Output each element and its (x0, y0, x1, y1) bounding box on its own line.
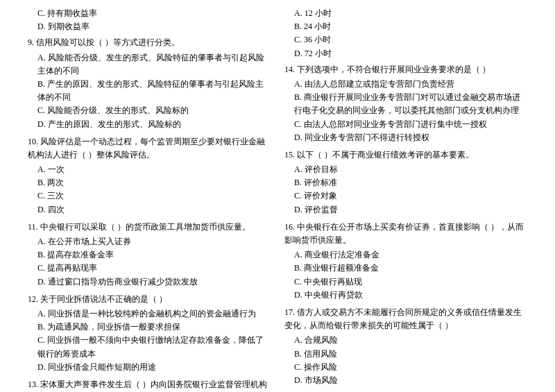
q10-option-a: A. 一次 (28, 163, 271, 176)
q-right-option-c: C. 36 小时 (284, 33, 527, 46)
option-text: 风险能否分级、发生的形式、风险标的 (47, 105, 189, 115)
option-label: C. (37, 8, 47, 18)
option-label: A. (37, 309, 48, 318)
option-label: A. (294, 335, 305, 345)
option-label: D. (294, 375, 305, 385)
option-label: A. (37, 53, 48, 62)
option-label: C. (294, 191, 304, 201)
option-text: 72 小时 (305, 49, 332, 58)
right-column: A. 12 小时 B. 24 小时 C. 36 小时 D. 72 小时 14. … (278, 7, 527, 392)
q-right-option-a: A. 12 小时 (284, 7, 527, 20)
option-text: 同业业务专营部门不得进行转授权 (305, 133, 429, 142)
option-text: 同业拆借是一种比较纯粹的金融机构之间的资金融通行为 (48, 309, 256, 318)
question-11: 11. 中央银行可以采取（ ）的货币政策工具增加货币供应量。 A. 在公开市场上… (28, 221, 271, 289)
q11-option-b: B. 提高存款准备金率 (28, 248, 271, 262)
option-label: D. (37, 22, 48, 31)
question-10: 10. 风险评估是一个动态过程，每个监管周期至少要对银行业金融机构法人进行（ ）… (28, 135, 271, 216)
question-abcd-right: A. 12 小时 B. 24 小时 C. 36 小时 D. 72 小时 (284, 7, 527, 60)
question-11-title: 11. 中央银行可以采取（ ）的货币政策工具增加货币供应量。 (28, 221, 271, 234)
question-13-title: 13. 宋体重大声誉事件发生后（ ）内向国务院银行业监督管理机构或其派出机构报告… (28, 378, 271, 392)
option-text: 信用风险 (304, 349, 337, 359)
page-container: C. 持有期收益率 D. 到期收益率 9. 信用风险可以按（ ）等方式进行分类。… (28, 7, 527, 392)
option-label: D. (37, 119, 48, 129)
option-text: 12 小时 (305, 8, 332, 18)
option-label: D. (37, 205, 48, 214)
option-text: 为疏通风险，同业拆借一般要求担保 (47, 322, 180, 332)
option-text: 中央银行再贴现 (304, 277, 362, 287)
q15-option-d: D. 评价监督 (284, 203, 527, 216)
question-12-title: 12. 关于同业拆借说法不正确的是（ ） (28, 293, 271, 306)
option-text: 同业拆借金只能作短期的用途 (48, 362, 156, 372)
option-text: 24 小时 (304, 22, 331, 31)
option-label: B. (37, 250, 47, 259)
option-label: C. (37, 263, 47, 273)
q11-option-a: A. 在公开市场上买入证券 (28, 235, 271, 248)
q15-option-c: C. 评价对象 (284, 189, 527, 203)
option-text: 评价对象 (304, 191, 337, 201)
left-column: C. 持有期收益率 D. 到期收益率 9. 信用风险可以按（ ）等方式进行分类。… (28, 7, 278, 392)
q-right-option-d: D. 72 小时 (284, 47, 527, 60)
option-text: 评价标准 (304, 178, 337, 187)
option-label: C. (294, 362, 304, 372)
question-9: 9. 信用风险可以按（ ）等方式进行分类。 A. 风险能否分级、发生的形式、风险… (28, 36, 271, 130)
option-label: C. (294, 277, 304, 287)
question-17-title: 17. 借方人或交易方不未能履行合同所规定的义务或信任情量发生变化，从而给银行带… (284, 306, 527, 332)
option-text: 产生的原因、发生的形式、风险特征的肇事者与引起风险主体的不同 (37, 79, 264, 102)
option-text: 商业银行开展同业业务专营部门对可以通过金融交易市场进行电子化交易的同业业务，可以… (294, 92, 520, 115)
q16-option-c: C. 中央银行再贴现 (284, 275, 527, 289)
option-text: 合规风险 (305, 335, 338, 345)
option-text: 商业银行超额准备金 (304, 263, 379, 273)
q12-option-b: B. 为疏通风险，同业拆借一般要求担保 (28, 321, 271, 334)
option-label: C. (294, 119, 304, 129)
q12-option-d: D. 同业拆借金只能作短期的用途 (28, 361, 271, 374)
option-text: 由法人总部建立或指定专营部门负责经营 (305, 79, 454, 89)
question-cd-left: C. 持有期收益率 D. 到期收益率 (28, 7, 271, 33)
option-d-left: D. 到期收益率 (28, 20, 271, 33)
option-text: 四次 (48, 205, 65, 214)
option-label: D. (294, 205, 305, 214)
option-label: A. (294, 250, 305, 259)
question-10-title: 10. 风险评估是一个动态过程，每个监管周期至少要对银行业金融机构法人进行（ ）… (28, 135, 271, 162)
option-label: C. (37, 335, 47, 345)
option-label: B. (294, 178, 304, 187)
option-label: D. (294, 133, 305, 142)
option-text: 风险能否分级、发生的形式、风险特征的肇事者与引起风险主体的不同 (37, 53, 264, 76)
q16-option-d: D. 中央银行再贷款 (284, 289, 527, 302)
option-text: 操作风险 (304, 362, 337, 372)
option-label: C. (37, 191, 47, 201)
question-15-title: 15. 以下（ ）不属于商业银行绩效考评的基本要素。 (284, 148, 527, 162)
option-label: B. (37, 178, 47, 187)
option-label: A. (37, 164, 48, 174)
q10-option-d: D. 四次 (28, 203, 271, 216)
option-text: 三次 (47, 191, 64, 201)
q9-option-a: A. 风险能否分级、发生的形式、风险特征的肇事者与引起风险主体的不同 (28, 51, 271, 78)
q14-option-d: D. 同业业务专营部门不得进行转授权 (284, 131, 527, 144)
option-label: B. (294, 349, 304, 359)
option-text: 两次 (47, 178, 64, 187)
question-14-title: 14. 下列选项中，不符合银行开展同业业务要求的是（ ） (284, 63, 527, 76)
option-label: D. (294, 49, 305, 58)
question-12: 12. 关于同业拆借说法不正确的是（ ） A. 同业拆借是一种比较纯粹的金融机构… (28, 293, 271, 374)
option-label: C. (294, 35, 304, 44)
question-17: 17. 借方人或交易方不未能履行合同所规定的义务或信任情量发生变化，从而给银行带… (284, 306, 527, 387)
option-label: D. (37, 362, 48, 372)
q11-option-d: D. 通过窗口指导劝告商业银行减少贷款发放 (28, 275, 271, 289)
option-text: 通过窗口指导劝告商业银行减少贷款发放 (48, 277, 198, 287)
q10-option-c: C. 三次 (28, 189, 271, 203)
question-16: 16. 中央银行在公开市场上买卖有价证券，首直接影响（ ），从而影响货币供应量。… (284, 221, 527, 302)
q12-option-c: C. 同业拆借一般不须向中央银行缴纳法定存款准备金，降低了银行的筹资成本 (28, 334, 271, 360)
question-16-title: 16. 中央银行在公开市场上买卖有价证券，首直接影响（ ），从而影响货币供应量。 (284, 221, 527, 247)
option-label: D. (294, 290, 305, 300)
option-text: 评价监督 (305, 205, 338, 214)
option-text: 中央银行再贷款 (305, 290, 363, 300)
option-label: C. (37, 105, 47, 115)
question-13: 13. 宋体重大声誉事件发生后（ ）内向国务院银行业监督管理机构或其派出机构报告… (28, 378, 271, 392)
q16-option-b: B. 商业银行超额准备金 (284, 262, 527, 275)
q15-option-a: A. 评价目标 (284, 163, 527, 176)
option-label: A. (294, 164, 305, 174)
q17-option-a: A. 合规风险 (284, 334, 527, 347)
option-c-left: C. 持有期收益率 (28, 7, 271, 20)
option-label: B. (37, 79, 47, 89)
q-right-option-b: B. 24 小时 (284, 20, 527, 33)
option-text: 评价目标 (305, 164, 338, 174)
